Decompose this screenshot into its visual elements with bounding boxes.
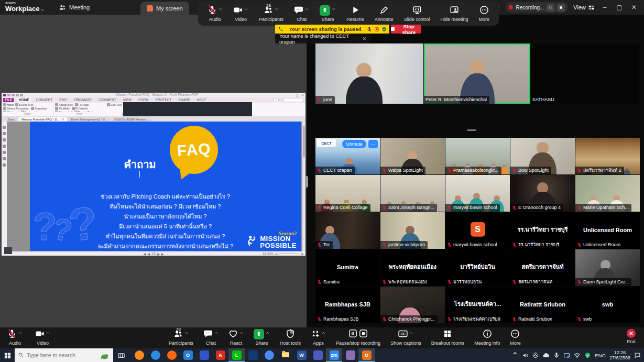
maximize-button[interactable]: ▢ bbox=[615, 4, 624, 11]
toolbar-button-share[interactable]: Share bbox=[319, 5, 337, 22]
ribbon-item-actual-size[interactable]: Actual Size bbox=[55, 103, 73, 106]
toolbar-button-video[interactable]: Video bbox=[34, 329, 51, 346]
last-page-icon[interactable]: ▶ bbox=[161, 252, 164, 256]
toolbar-button-meeting-info[interactable]: Meeting info bbox=[473, 329, 501, 346]
cast-icon[interactable] bbox=[563, 352, 570, 359]
participant-tile[interactable]: E Oranooch group 4 bbox=[510, 175, 575, 212]
pdf-menu-help[interactable]: HELP bbox=[195, 98, 208, 103]
first-page-icon[interactable]: ◀ bbox=[144, 252, 146, 256]
participant-tile[interactable]: มารีวิทย์บ่อวินมารีวิทย์บ่อวิน bbox=[445, 249, 510, 286]
pdf-window-controls[interactable]: –▢✕ bbox=[291, 93, 305, 97]
ribbon-item-fit-visible[interactable]: Fit Visible bbox=[72, 107, 88, 110]
participant-tile[interactable]: Tor bbox=[315, 212, 380, 249]
taskbar-app-app-blue[interactable] bbox=[196, 348, 212, 362]
toolbar-button-slide-control[interactable]: Slide control bbox=[403, 5, 431, 22]
taskbar-app-camera-app[interactable] bbox=[245, 348, 261, 362]
pdf-menu-protect[interactable]: PROTECT bbox=[154, 98, 173, 103]
taskbar-app-zoom-app[interactable]: zm bbox=[326, 348, 342, 362]
pdf-doc-tab[interactable]: Mission Possible FAQ - S...✕ bbox=[18, 117, 68, 122]
pdf-menu-file[interactable]: FILE bbox=[3, 98, 14, 103]
participant-tile[interactable]: Unlicensed RoomUnlicensed Room bbox=[575, 212, 640, 249]
speaker-tile[interactable]: SATHASU bbox=[531, 43, 639, 104]
pdf-menu-comment[interactable]: COMMENT bbox=[97, 98, 118, 103]
tray-chevron-up-icon[interactable]: ⌃ bbox=[511, 350, 518, 360]
toolbar-button-video[interactable]: Video bbox=[232, 5, 249, 22]
toolbar-button-audio[interactable]: Audio bbox=[6, 329, 24, 346]
chevron-icon[interactable] bbox=[265, 329, 270, 337]
chevron-icon[interactable] bbox=[304, 5, 309, 13]
language-indicator[interactable]: ENG bbox=[595, 353, 606, 358]
toolbar-button-annotate[interactable]: Annotate bbox=[374, 5, 395, 22]
pdf-navigation-panel[interactable] bbox=[2, 122, 7, 251]
stop-share-button[interactable]: Stop share bbox=[391, 25, 421, 34]
taskbar-app-file-explorer[interactable] bbox=[277, 348, 293, 362]
participant-tile[interactable]: CECT Unmute ···CECT orapan bbox=[315, 138, 380, 174]
taskbar-app-word[interactable]: W bbox=[293, 348, 310, 362]
record-status-icon[interactable] bbox=[374, 27, 379, 32]
taskbar-search[interactable] bbox=[15, 348, 113, 362]
toolbar-button-pause-stop-recording[interactable]: Pause/stop recording bbox=[335, 329, 381, 346]
toolbar-button-react[interactable]: React bbox=[227, 329, 245, 346]
next-page-icon[interactable]: ▶ bbox=[157, 252, 160, 256]
close-button[interactable]: ✕ bbox=[629, 4, 639, 11]
pdf-find-box[interactable]: ⌕ Find bbox=[273, 98, 303, 102]
participant-tile[interactable]: Marie Upatham Sch... bbox=[575, 175, 640, 212]
toolbar-button-share[interactable]: Share bbox=[253, 329, 271, 346]
chevron-icon[interactable] bbox=[244, 5, 248, 13]
chevron-icon[interactable] bbox=[239, 329, 244, 337]
toolbar-button-chat[interactable]: Chat bbox=[293, 5, 310, 22]
taskbar-app-line[interactable]: L bbox=[228, 348, 245, 362]
pdf-menu-form[interactable]: FORM bbox=[137, 98, 150, 103]
view-button[interactable]: View bbox=[573, 4, 595, 11]
taskbar-app-outlook-classic[interactable]: O bbox=[358, 348, 375, 362]
pdf-menu-view[interactable]: VIEW bbox=[122, 98, 134, 103]
search-input[interactable] bbox=[27, 352, 89, 358]
toolbar-button-resume[interactable]: Resume bbox=[345, 5, 365, 22]
ribbon-item-edit-text[interactable]: Edit Text bbox=[107, 103, 122, 106]
gallery-resize-handle[interactable] bbox=[467, 129, 476, 131]
ribbon-item-select-annotation[interactable]: Select Annotation bbox=[3, 107, 29, 110]
taskbar-app-firefox-developer[interactable] bbox=[163, 348, 180, 362]
chevron-icon[interactable] bbox=[218, 5, 223, 13]
participant-tile[interactable]: Saint Joseph Bangn... bbox=[380, 175, 445, 212]
taskbar-app-acrobat[interactable]: A bbox=[212, 348, 228, 362]
toolbar-button-show-captions[interactable]: CCShow captions bbox=[389, 329, 422, 346]
close-tab-icon[interactable]: ✕ bbox=[61, 117, 64, 121]
participant-tile[interactable]: jantima vichitporn bbox=[380, 212, 445, 249]
mic-status-icon[interactable] bbox=[367, 27, 372, 32]
unmute-button[interactable]: Unmute bbox=[342, 140, 366, 148]
pdf-menu-home[interactable]: HOME bbox=[17, 98, 31, 103]
toolbar-button-host-tools[interactable]: Host tools bbox=[279, 329, 302, 346]
ribbon-item-select-text[interactable]: Select Text bbox=[15, 103, 33, 106]
speaker-icon[interactable] bbox=[522, 352, 529, 359]
toast-close-icon[interactable]: ✕ bbox=[362, 36, 366, 41]
participant-tile[interactable]: พระหฤทัยดอนเมืองพระหฤทัยดอนเมือง bbox=[380, 249, 445, 286]
chevron-down-icon[interactable] bbox=[40, 5, 45, 15]
prev-page-icon[interactable]: ◀ bbox=[147, 252, 150, 256]
participant-tile[interactable]: สตรีมารดาฯจันท์สตรีมารดาฯจันท์ bbox=[510, 249, 575, 286]
chevron-icon[interactable] bbox=[331, 5, 336, 13]
participant-tile[interactable]: Walpa SpotLight bbox=[380, 138, 445, 174]
start-button[interactable] bbox=[0, 348, 15, 362]
participant-tile[interactable]: Darm SpotLight Cre... bbox=[575, 249, 640, 286]
participant-tile[interactable]: SumitraSumitra bbox=[315, 249, 380, 286]
participant-tile[interactable]: Smaryvit bowin school bbox=[445, 212, 510, 249]
pdf-menu-convert[interactable]: CONVERT bbox=[35, 98, 54, 103]
speaker-tile[interactable]: Peter R. Monthienvichienchai bbox=[424, 43, 530, 104]
toolbar-button-chat[interactable]: Chat bbox=[202, 329, 220, 346]
participant-tile[interactable]: รร.นารีวิทยา ราชบุรีรร.นารีวิทยา ราชบุรี bbox=[510, 212, 575, 249]
defender-icon[interactable] bbox=[584, 352, 591, 359]
tile-more-button[interactable]: ··· bbox=[368, 140, 378, 148]
speaker-tile[interactable]: june bbox=[315, 43, 423, 104]
participant-tile[interactable]: Regina Coeli Collage bbox=[315, 175, 380, 212]
participant-tile[interactable]: Rambhapas SJBRambhapas SJB bbox=[315, 287, 380, 323]
participant-tile[interactable]: Ratirattt SriubonRatirattt Sriubon bbox=[510, 287, 575, 323]
taskbar-app-app-teams[interactable] bbox=[310, 348, 326, 362]
pdf-menu-organize[interactable]: ORGANIZE bbox=[72, 98, 93, 103]
zoom-slider[interactable] bbox=[279, 254, 299, 254]
wifi-icon[interactable] bbox=[574, 352, 581, 359]
chevron-icon[interactable] bbox=[409, 329, 413, 337]
pdf-doc-tab[interactable]: แบบประเมินผล Mission ... bbox=[111, 117, 153, 122]
participant-tile[interactable]: Chitchanok Phongpr... bbox=[380, 287, 445, 323]
toolbar-button-breakout-rooms[interactable]: Breakout rooms bbox=[430, 329, 466, 346]
